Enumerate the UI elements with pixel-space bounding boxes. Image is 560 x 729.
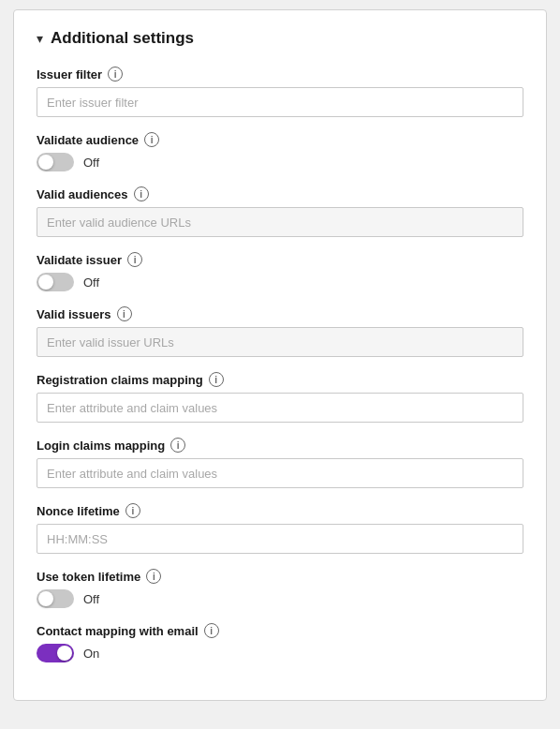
- registration-claims-mapping-group: Registration claims mapping i: [37, 372, 523, 423]
- use-token-lifetime-toggle-label: Off: [83, 592, 99, 606]
- contact-mapping-with-email-toggle-row: On: [37, 644, 523, 662]
- section-title: Additional settings: [51, 29, 194, 48]
- validate-audience-toggle-label: Off: [83, 156, 99, 170]
- issuer-filter-input[interactable]: [37, 87, 523, 117]
- chevron-icon[interactable]: ▾: [37, 31, 43, 46]
- section-header: ▾ Additional settings: [37, 29, 523, 48]
- use-token-lifetime-toggle[interactable]: [37, 589, 74, 608]
- validate-audience-toggle-thumb: [38, 155, 53, 170]
- issuer-filter-label: Issuer filter i: [37, 67, 523, 82]
- use-token-lifetime-label: Use token lifetime i: [37, 569, 523, 584]
- login-claims-mapping-info-icon[interactable]: i: [170, 438, 185, 453]
- registration-claims-mapping-label: Registration claims mapping i: [37, 372, 523, 387]
- login-claims-mapping-input[interactable]: [37, 458, 523, 488]
- validate-audience-label: Validate audience i: [37, 132, 523, 147]
- nonce-lifetime-info-icon[interactable]: i: [125, 503, 140, 518]
- valid-issuers-group: Valid issuers i: [37, 306, 523, 357]
- contact-mapping-with-email-info-icon[interactable]: i: [204, 623, 219, 638]
- validate-audience-toggle-row: Off: [37, 153, 523, 171]
- validate-audience-group: Validate audience i Off: [37, 132, 523, 171]
- contact-mapping-with-email-toggle[interactable]: [37, 644, 74, 662]
- validate-issuer-label: Validate issuer i: [37, 252, 523, 267]
- issuer-filter-info-icon[interactable]: i: [108, 67, 123, 82]
- contact-mapping-with-email-label: Contact mapping with email i: [37, 623, 523, 638]
- valid-audiences-input: [37, 207, 523, 237]
- contact-mapping-with-email-toggle-label: On: [83, 647, 99, 661]
- valid-audiences-group: Valid audiences i: [37, 186, 523, 237]
- use-token-lifetime-toggle-thumb: [38, 591, 53, 606]
- contact-mapping-with-email-group: Contact mapping with email i On: [37, 623, 523, 662]
- login-claims-mapping-group: Login claims mapping i: [37, 438, 523, 488]
- valid-issuers-input: [37, 327, 523, 357]
- validate-issuer-toggle-thumb: [38, 275, 53, 290]
- valid-audiences-label: Valid audiences i: [37, 186, 523, 201]
- login-claims-mapping-label: Login claims mapping i: [37, 438, 523, 453]
- validate-issuer-toggle[interactable]: [37, 273, 74, 291]
- use-token-lifetime-group: Use token lifetime i Off: [37, 569, 523, 608]
- contact-mapping-with-email-toggle-thumb: [57, 646, 72, 661]
- validate-issuer-group: Validate issuer i Off: [37, 252, 523, 291]
- issuer-filter-group: Issuer filter i: [37, 67, 523, 117]
- valid-audiences-info-icon[interactable]: i: [134, 186, 149, 201]
- registration-claims-mapping-input[interactable]: [37, 393, 523, 423]
- nonce-lifetime-label: Nonce lifetime i: [37, 503, 523, 518]
- validate-issuer-toggle-row: Off: [37, 273, 523, 291]
- valid-issuers-info-icon[interactable]: i: [117, 306, 132, 321]
- use-token-lifetime-toggle-row: Off: [37, 589, 523, 608]
- valid-issuers-label: Valid issuers i: [37, 306, 523, 321]
- validate-issuer-toggle-label: Off: [83, 275, 99, 290]
- nonce-lifetime-group: Nonce lifetime i: [37, 503, 523, 554]
- registration-claims-mapping-info-icon[interactable]: i: [209, 372, 224, 387]
- validate-audience-info-icon[interactable]: i: [144, 132, 159, 147]
- additional-settings-card: ▾ Additional settings Issuer filter i Va…: [13, 9, 547, 701]
- nonce-lifetime-input[interactable]: [37, 524, 523, 554]
- use-token-lifetime-info-icon[interactable]: i: [146, 569, 161, 584]
- validate-issuer-info-icon[interactable]: i: [127, 252, 142, 267]
- validate-audience-toggle[interactable]: [37, 153, 74, 171]
